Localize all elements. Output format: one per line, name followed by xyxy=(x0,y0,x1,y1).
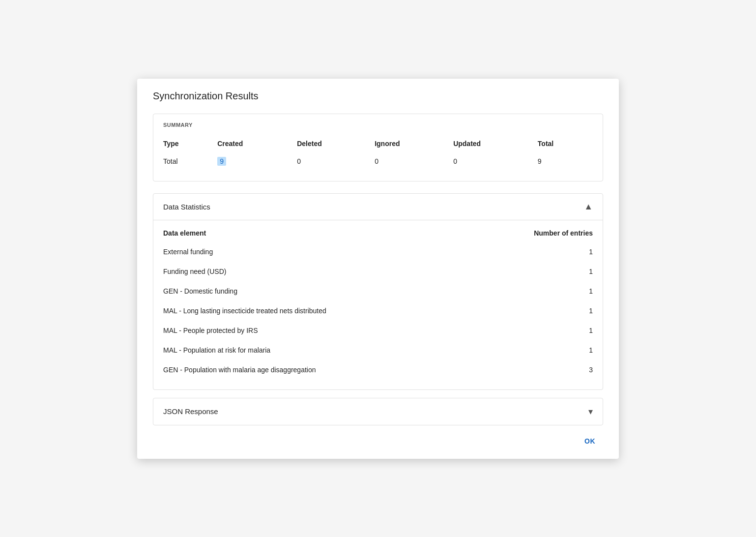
data-stat-row: MAL - People protected by IRS1 xyxy=(163,321,593,340)
col-ignored: Ignored xyxy=(375,136,453,151)
summary-label: SUMMARY xyxy=(163,122,593,128)
data-statistics-header[interactable]: Data Statistics ▲ xyxy=(153,194,603,220)
row-created: 9 xyxy=(217,151,297,171)
col-type: Type xyxy=(163,136,217,151)
row-type: Total xyxy=(163,151,217,171)
data-statistics-chevron: ▲ xyxy=(584,202,593,212)
summary-row-total: Total 9 0 0 0 9 xyxy=(163,151,593,171)
col-updated: Updated xyxy=(453,136,538,151)
json-response-title: JSON Response xyxy=(163,407,218,416)
dialog-footer: OK xyxy=(153,433,603,449)
data-element-name: MAL - People protected by IRS xyxy=(163,321,479,340)
col-created: Created xyxy=(217,136,297,151)
data-stat-row: Funding need (USD)1 xyxy=(163,262,593,281)
data-element-entries: 1 xyxy=(479,340,593,360)
entries-col-header: Number of entries xyxy=(479,224,593,242)
data-element-name: GEN - Domestic funding xyxy=(163,281,479,301)
col-deleted: Deleted xyxy=(297,136,375,151)
data-element-name: MAL - Long lasting insecticide treated n… xyxy=(163,301,479,321)
col-total: Total xyxy=(538,136,593,151)
data-element-entries: 1 xyxy=(479,262,593,281)
row-total: 9 xyxy=(538,151,593,171)
data-statistics-section: Data Statistics ▲ Data element Number of… xyxy=(153,193,603,390)
row-ignored: 0 xyxy=(375,151,453,171)
data-element-name: Funding need (USD) xyxy=(163,262,479,281)
row-deleted: 0 xyxy=(297,151,375,171)
data-element-col-header: Data element xyxy=(163,224,479,242)
summary-section: SUMMARY Type Created Deleted Ignored Upd… xyxy=(153,114,603,181)
json-response-header[interactable]: JSON Response ▾ xyxy=(153,398,603,425)
data-statistics-table: Data element Number of entries External … xyxy=(163,224,593,380)
json-response-section: JSON Response ▾ xyxy=(153,398,603,425)
data-stat-row: GEN - Population with malaria age disagg… xyxy=(163,360,593,380)
data-statistics-title: Data Statistics xyxy=(163,203,210,211)
data-element-name: External funding xyxy=(163,242,479,262)
dialog-container: Synchronization Results SUMMARY Type Cre… xyxy=(137,79,619,459)
data-statistics-body: Data element Number of entries External … xyxy=(153,220,603,389)
ok-button[interactable]: OK xyxy=(577,433,603,449)
created-value: 9 xyxy=(217,157,226,166)
data-element-entries: 1 xyxy=(479,321,593,340)
data-element-entries: 1 xyxy=(479,242,593,262)
data-element-entries: 3 xyxy=(479,360,593,380)
row-updated: 0 xyxy=(453,151,538,171)
data-element-entries: 1 xyxy=(479,301,593,321)
data-stat-row: GEN - Domestic funding1 xyxy=(163,281,593,301)
data-element-entries: 1 xyxy=(479,281,593,301)
data-stat-row: MAL - Population at risk for malaria1 xyxy=(163,340,593,360)
data-element-name: GEN - Population with malaria age disagg… xyxy=(163,360,479,380)
data-stat-row: MAL - Long lasting insecticide treated n… xyxy=(163,301,593,321)
data-stat-row: External funding1 xyxy=(163,242,593,262)
json-response-chevron: ▾ xyxy=(588,406,593,417)
data-element-name: MAL - Population at risk for malaria xyxy=(163,340,479,360)
summary-table: Type Created Deleted Ignored Updated Tot… xyxy=(163,136,593,171)
dialog-title: Synchronization Results xyxy=(153,90,603,102)
